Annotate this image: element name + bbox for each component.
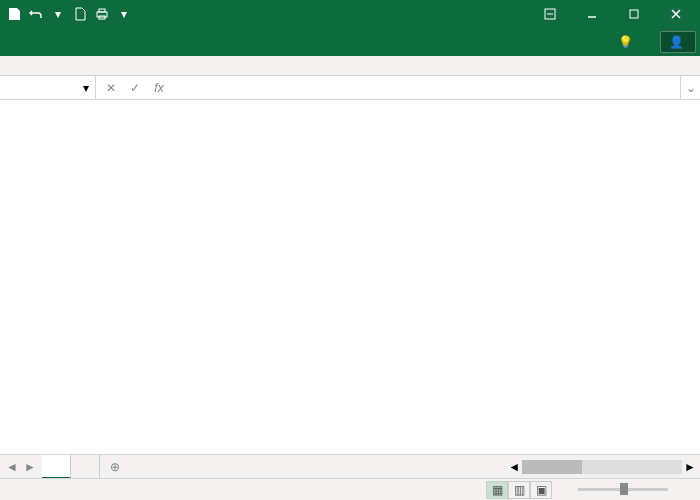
- print-icon[interactable]: [92, 4, 112, 24]
- sheet-tab-bar: ◄ ► ⊕ ◄ ►: [0, 454, 700, 478]
- sheet-nav-next-icon[interactable]: ►: [24, 460, 36, 474]
- close-button[interactable]: [656, 0, 696, 28]
- tab-review[interactable]: [148, 28, 172, 56]
- tell-me-button[interactable]: 💡: [610, 31, 644, 53]
- window-buttons: [530, 0, 696, 28]
- sheet-nav: ◄ ►: [0, 460, 42, 474]
- title-bar: ▾ ▾: [0, 0, 700, 28]
- view-buttons: ▦ ▥ ▣: [486, 481, 552, 499]
- zoom-slider[interactable]: [578, 488, 668, 491]
- expand-formula-bar-icon[interactable]: ⌄: [680, 76, 700, 100]
- insert-function-icon[interactable]: fx: [148, 77, 170, 99]
- redo-dropdown-icon[interactable]: ▾: [48, 4, 68, 24]
- add-sheet-button[interactable]: ⊕: [100, 460, 130, 474]
- spreadsheet-grid[interactable]: [0, 100, 700, 454]
- person-icon: 👤: [669, 35, 684, 49]
- name-box-dropdown-icon[interactable]: ▾: [83, 81, 89, 95]
- new-file-icon[interactable]: [70, 4, 90, 24]
- tab-developer[interactable]: [196, 28, 220, 56]
- minimize-button[interactable]: [572, 0, 612, 28]
- tab-formulas[interactable]: [100, 28, 124, 56]
- quick-access-toolbar: ▾ ▾: [4, 4, 134, 24]
- maximize-button[interactable]: [614, 0, 654, 28]
- tab-data[interactable]: [124, 28, 148, 56]
- enter-formula-icon[interactable]: ✓: [124, 77, 146, 99]
- cancel-formula-icon[interactable]: ✕: [100, 77, 122, 99]
- save-icon[interactable]: [4, 4, 24, 24]
- share-button[interactable]: 👤: [660, 31, 696, 53]
- signin-button[interactable]: [644, 31, 660, 53]
- ribbon-collapsed-area: [0, 56, 700, 76]
- page-layout-view-icon[interactable]: ▥: [508, 481, 530, 499]
- normal-view-icon[interactable]: ▦: [486, 481, 508, 499]
- page-break-view-icon[interactable]: ▣: [530, 481, 552, 499]
- horizontal-scrollbar[interactable]: ◄ ►: [508, 460, 700, 474]
- undo-icon[interactable]: [26, 4, 46, 24]
- status-bar: ▦ ▥ ▣: [0, 478, 700, 500]
- ribbon-tabs: 💡 👤: [0, 28, 700, 56]
- formula-bar: ▾ ✕ ✓ fx ⌄: [0, 76, 700, 100]
- sheet-tab-sheet1[interactable]: [42, 455, 71, 479]
- svg-rect-4: [630, 10, 638, 18]
- tab-page-layout[interactable]: [76, 28, 100, 56]
- scroll-left-icon[interactable]: ◄: [508, 460, 520, 474]
- svg-rect-1: [99, 9, 105, 12]
- name-box-input[interactable]: [6, 81, 66, 95]
- tab-home[interactable]: [28, 28, 52, 56]
- scroll-right-icon[interactable]: ►: [684, 460, 696, 474]
- sheet-nav-prev-icon[interactable]: ◄: [6, 460, 18, 474]
- ribbon-options-icon[interactable]: [530, 0, 570, 28]
- qat-customize-icon[interactable]: ▾: [114, 4, 134, 24]
- tab-insert[interactable]: [52, 28, 76, 56]
- tab-view[interactable]: [172, 28, 196, 56]
- sheet-tab-sheet3[interactable]: [71, 455, 100, 479]
- tab-file[interactable]: [4, 28, 28, 56]
- name-box[interactable]: ▾: [0, 76, 96, 100]
